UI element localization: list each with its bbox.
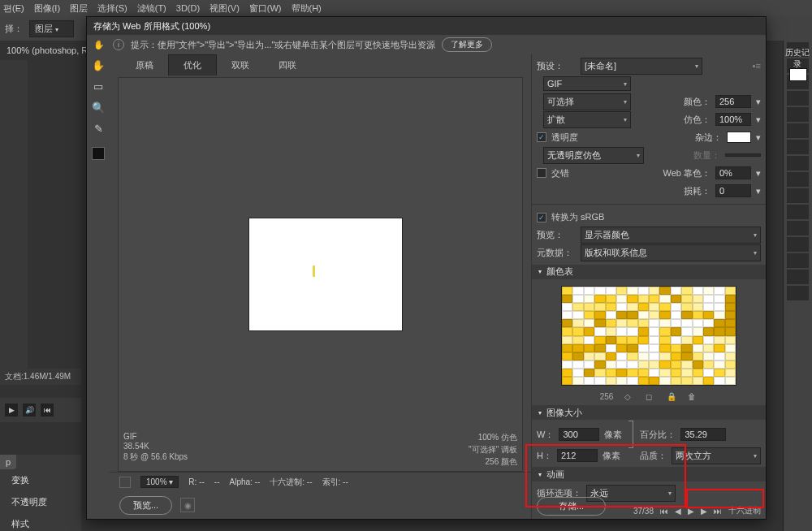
height-label: H：: [537, 450, 552, 462]
preset-select[interactable]: [未命名]▾: [581, 58, 702, 75]
layer-thumb[interactable]: p: [0, 455, 16, 469]
history-thumb[interactable]: [789, 68, 807, 81]
quality-label: 品质：: [640, 450, 667, 462]
color-count: 256: [600, 392, 614, 402]
save-button[interactable]: 存储...: [537, 497, 606, 516]
play-icon[interactable]: ▶: [5, 404, 18, 417]
right-dock: [783, 41, 812, 531]
transparency-checkbox[interactable]: ✓: [537, 132, 546, 142]
menu-icon[interactable]: ▪≡: [753, 61, 761, 71]
websnap-input[interactable]: 0%: [715, 166, 751, 179]
options-label: 择：: [5, 23, 23, 35]
preview-canvas-area[interactable]: GIF 38.54K 8 秒 @ 56.6 Kbps 100% 仿色 "可选择"…: [118, 77, 523, 472]
format-select[interactable]: GIF▾: [543, 76, 631, 91]
settings-pane: 预设： [未命名]▾ ▪≡ GIF▾ 可选择▾ 颜色： 256▾ 扩散▾ 仿色：…: [532, 54, 766, 519]
options-dropdown[interactable]: 图层 ▾: [29, 20, 74, 37]
menu-item[interactable]: 滤镜(T): [137, 2, 166, 15]
width-label: W：: [537, 429, 554, 441]
rewind-icon[interactable]: ⏮: [41, 404, 54, 417]
tab-4up[interactable]: 四联: [264, 55, 311, 76]
readout-alpha: Alpha: --: [229, 477, 260, 486]
info-dither: 100% 仿色: [478, 432, 517, 443]
info-speed: 8 秒 @ 56.6 Kbps: [123, 451, 188, 463]
list-item[interactable]: 变换: [0, 469, 81, 491]
matte-swatch[interactable]: [727, 132, 751, 143]
preview-canvas: [248, 218, 403, 331]
height-input[interactable]: 212: [557, 449, 598, 462]
browser-menu-icon[interactable]: ◉: [180, 498, 195, 512]
hand-tool-icon[interactable]: ✋: [91, 58, 106, 72]
tab-original[interactable]: 原稿: [121, 55, 168, 76]
tab-optimized[interactable]: 优化: [168, 54, 217, 76]
save-for-web-dialog: 存储为 Web 所用格式 (100%) ✋ i 提示：使用"文件">"导出">"…: [86, 16, 767, 520]
colors-input[interactable]: 256: [715, 95, 751, 108]
menu-item[interactable]: 图层: [70, 2, 88, 15]
color-table-header[interactable]: ▾颜色表: [532, 265, 766, 279]
menu-item[interactable]: 帮助(H): [292, 2, 322, 15]
info-colors: 256 颜色: [486, 456, 517, 468]
websnap-label: Web 靠色：: [663, 167, 710, 179]
slice-tool-icon[interactable]: ▭: [91, 79, 106, 93]
app-menubar: 편(E) 图像(I) 图层 选择(S) 滤镜(T) 3D(D) 视图(V) 窗口…: [0, 0, 812, 16]
percent-input[interactable]: 35.29: [680, 428, 726, 441]
ct-icon[interactable]: ◻: [646, 392, 655, 402]
timeline-controls: ▶ 🔊 ⏮: [0, 398, 81, 422]
info-format: GIF: [123, 432, 188, 441]
link-icon[interactable]: [628, 421, 633, 448]
interlace-label: 交错: [551, 167, 569, 179]
reduction-select[interactable]: 可选择▾: [543, 93, 631, 110]
audio-icon[interactable]: 🔊: [23, 404, 36, 417]
menu-item[interactable]: 视图(V): [209, 2, 240, 15]
amount-input: [725, 153, 761, 157]
learn-more-button[interactable]: 了解更多: [442, 37, 492, 52]
preview-button[interactable]: 预览...: [119, 496, 172, 515]
preview-pane: 原稿 优化 双联 四联 GIF 38.54K 8 秒 @ 56.6 Kbps 1…: [110, 54, 532, 519]
fg-swatch[interactable]: [92, 147, 105, 160]
dither-label: 仿色：: [684, 114, 710, 126]
srgb-checkbox[interactable]: ✓: [537, 213, 546, 222]
list-item[interactable]: 样式: [0, 513, 81, 531]
ct-icon[interactable]: 🔒: [667, 392, 676, 402]
lossy-input[interactable]: 0: [715, 184, 751, 197]
eyedropper-icon[interactable]: ✎: [91, 121, 106, 136]
width-input[interactable]: 300: [559, 428, 599, 441]
canvas-mark: [313, 266, 315, 277]
color-table[interactable]: [561, 286, 736, 386]
px-label: 像素: [603, 450, 620, 462]
metadata-label: 元数据：: [537, 247, 576, 259]
trans-dither-select[interactable]: 无透明度仿色▾: [543, 147, 644, 164]
matte-label: 杂边：: [695, 132, 722, 144]
preview-tabs: 原稿 优化 双联 四联: [110, 54, 531, 76]
srgb-label: 转换为 sRGB: [551, 211, 604, 223]
menu-item[interactable]: 편(E): [3, 2, 24, 15]
quality-select[interactable]: 两次立方▾: [672, 447, 761, 464]
menu-item[interactable]: 选择(S): [97, 2, 127, 15]
menu-item[interactable]: 窗口(W): [249, 2, 282, 15]
ct-icon[interactable]: 🗑: [688, 392, 698, 402]
preview-info: GIF 38.54K 8 秒 @ 56.6 Kbps 100% 仿色 "可选择"…: [123, 432, 517, 468]
color-table-footer: 256 ◇ ◻ 🔒 🗑: [537, 392, 761, 402]
preview-select[interactable]: 显示器颜色▾: [581, 227, 761, 244]
transparency-label: 透明度: [551, 132, 578, 144]
list-item[interactable]: 不透明度: [0, 491, 81, 513]
metadata-select[interactable]: 版权和联系信息▾: [581, 244, 761, 261]
percent-label: 百分比：: [640, 429, 676, 441]
tab-2up[interactable]: 双联: [217, 55, 264, 76]
colors-label: 颜色：: [684, 96, 710, 108]
history-tab[interactable]: 历史记录: [783, 47, 812, 62]
zoom-tool-icon[interactable]: 🔍: [91, 100, 106, 114]
animation-header[interactable]: ▾动画: [532, 467, 766, 481]
ct-icon[interactable]: ◇: [624, 392, 634, 402]
interlace-checkbox[interactable]: [537, 168, 546, 178]
zoom-select[interactable]: 100% ▾: [140, 476, 179, 488]
menu-item[interactable]: 3D(D): [176, 3, 200, 13]
layers-sidebar: p 变换 不透明度 样式 文字变形: [0, 455, 81, 531]
lossy-label: 损耗：: [684, 185, 710, 197]
menu-item[interactable]: 图像(I): [34, 2, 60, 15]
dither-select[interactable]: 扩散▾: [543, 111, 631, 128]
px-label: 像素: [604, 429, 622, 441]
sample-box: [119, 477, 131, 488]
preset-label: 预设：: [537, 60, 576, 72]
dither-input[interactable]: 100%: [715, 113, 751, 126]
image-size-header[interactable]: ▾图像大小: [532, 405, 766, 420]
